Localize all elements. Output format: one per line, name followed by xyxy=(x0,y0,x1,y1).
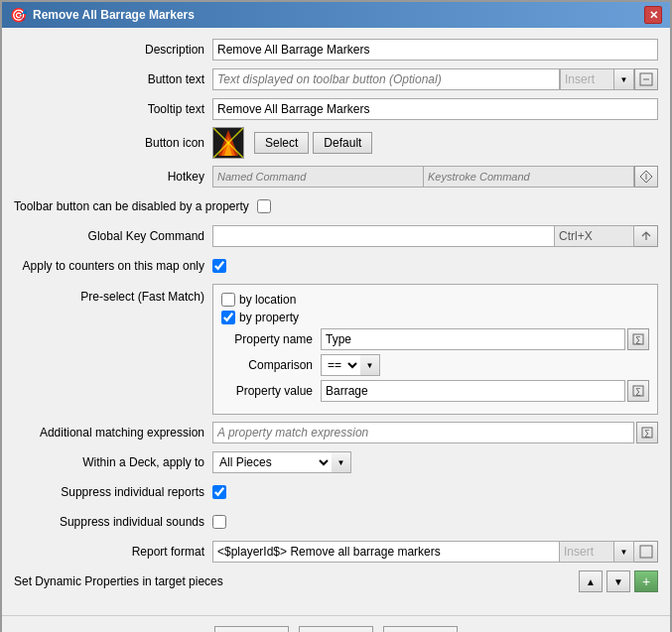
comparison-dropdown-arrow[interactable]: ▼ xyxy=(360,354,380,376)
comparison-label: Comparison xyxy=(221,358,321,372)
close-button[interactable]: ✕ xyxy=(644,6,662,24)
report-format-label: Report format xyxy=(14,545,212,559)
by-property-checkbox[interactable] xyxy=(221,311,235,324)
button-text-label: Button text xyxy=(14,72,212,86)
property-value-calc-btn[interactable]: ∑ xyxy=(627,380,649,402)
dialog-content: Description Button text ▼ Tooltip text B… xyxy=(2,28,670,609)
property-name-calc-btn[interactable]: ∑ xyxy=(627,328,649,350)
svg-rect-15 xyxy=(640,546,652,558)
suppress-sounds-label: Suppress individual sounds xyxy=(14,515,212,529)
by-location-row: by location xyxy=(221,293,649,307)
button-text-action[interactable] xyxy=(634,68,658,90)
comparison-select[interactable]: == != > < xyxy=(321,354,360,376)
window-title: Remove All Barrage Markers xyxy=(33,8,195,22)
hotkey-input-group xyxy=(212,166,658,188)
description-input[interactable] xyxy=(212,39,658,61)
dynamic-props-controls: ▲ ▼ + xyxy=(231,570,658,592)
apply-counters-checkbox[interactable] xyxy=(212,259,226,273)
report-format-action-btn[interactable] xyxy=(634,541,658,563)
by-location-checkbox[interactable] xyxy=(221,293,235,307)
suppress-reports-row: Suppress individual reports xyxy=(14,480,658,504)
global-key-input[interactable] xyxy=(212,225,555,247)
svg-text:∑: ∑ xyxy=(635,335,641,344)
dynamic-props-down-btn[interactable]: ▼ xyxy=(606,570,630,592)
hotkey-label: Hotkey xyxy=(14,170,212,184)
dynamic-props-row: Set Dynamic Properties in target pieces … xyxy=(14,569,658,593)
cancel-button[interactable]: Cancel xyxy=(299,626,373,632)
within-deck-row: Within a Deck, apply to All Pieces Top P… xyxy=(14,450,658,474)
bottom-button-bar: OK Cancel Help xyxy=(2,615,670,632)
pre-select-row: Pre-select (Fast Match) by location by p… xyxy=(14,284,658,415)
property-value-row: Property value ∑ xyxy=(221,380,649,402)
comparison-select-group: == != > < ▼ xyxy=(321,354,380,376)
dynamic-props-label: Set Dynamic Properties in target pieces xyxy=(14,574,231,588)
button-text-row: Button text ▼ xyxy=(14,67,658,91)
dynamic-props-up-btn[interactable]: ▲ xyxy=(579,570,603,592)
button-icon-row: Button icon Select Default xyxy=(14,127,658,159)
global-key-action-btn[interactable] xyxy=(634,225,658,247)
within-deck-label: Within a Deck, apply to xyxy=(14,455,212,469)
by-location-label: by location xyxy=(239,293,296,307)
toolbar-disable-checkbox[interactable] xyxy=(257,199,271,213)
global-key-label: Global Key Command xyxy=(14,229,212,243)
button-icon-label: Button icon xyxy=(14,136,212,150)
additional-matching-label: Additional matching expression xyxy=(14,426,212,440)
keystroke-command-input[interactable] xyxy=(424,166,634,188)
title-bar-left: 🎯 Remove All Barrage Markers xyxy=(10,7,195,23)
property-value-label: Property value xyxy=(221,384,321,398)
icon-preview xyxy=(212,127,244,159)
svg-text:∑: ∑ xyxy=(644,429,650,438)
tooltip-input[interactable] xyxy=(212,98,658,120)
dialog-window: 🎯 Remove All Barrage Markers ✕ Descripti… xyxy=(0,0,672,632)
global-key-shortcut xyxy=(555,225,634,247)
button-text-input[interactable] xyxy=(212,68,560,90)
within-deck-dropdown-arrow[interactable]: ▼ xyxy=(332,451,351,473)
additional-matching-calc-btn[interactable]: ∑ xyxy=(636,422,658,443)
global-key-row: Global Key Command xyxy=(14,224,658,248)
suppress-sounds-checkbox[interactable] xyxy=(212,515,226,529)
suppress-reports-checkbox[interactable] xyxy=(212,485,226,499)
insert-input-2 xyxy=(560,541,614,563)
description-row: Description xyxy=(14,38,658,62)
apply-counters-row: Apply to counters on this map only xyxy=(14,254,658,278)
svg-text:∑: ∑ xyxy=(635,387,641,396)
within-deck-select[interactable]: All Pieces Top Piece Bottom Piece xyxy=(212,451,332,473)
tooltip-row: Tooltip text xyxy=(14,97,658,121)
suppress-reports-label: Suppress individual reports xyxy=(14,485,212,499)
within-deck-select-group: All Pieces Top Piece Bottom Piece ▼ xyxy=(212,451,351,473)
pre-select-box: by location by property Property name ∑ xyxy=(212,284,658,415)
property-name-row: Property name ∑ xyxy=(221,328,649,350)
description-label: Description xyxy=(14,43,212,57)
pre-select-label: Pre-select (Fast Match) xyxy=(14,284,212,304)
select-icon-button[interactable]: Select xyxy=(254,132,309,154)
toolbar-disable-row: Toolbar button can be disabled by a prop… xyxy=(14,194,658,218)
help-button[interactable]: Help xyxy=(383,626,458,632)
insert-dropdown-1[interactable]: ▼ xyxy=(614,68,634,90)
comparison-row: Comparison == != > < ▼ xyxy=(221,354,649,376)
tooltip-label: Tooltip text xyxy=(14,102,212,116)
suppress-sounds-row: Suppress individual sounds xyxy=(14,510,658,534)
title-bar: 🎯 Remove All Barrage Markers ✕ xyxy=(2,2,670,28)
additional-matching-input[interactable] xyxy=(212,422,634,443)
button-text-group: ▼ xyxy=(212,68,658,90)
insert-input-1 xyxy=(560,68,614,90)
apply-counters-label: Apply to counters on this map only xyxy=(14,259,212,273)
property-name-input[interactable] xyxy=(321,328,625,350)
report-format-input[interactable] xyxy=(212,541,560,563)
additional-matching-row: Additional matching expression ∑ xyxy=(14,421,658,444)
named-command-input[interactable] xyxy=(212,166,424,188)
window-icon: 🎯 xyxy=(10,7,27,23)
insert-dropdown-2[interactable]: ▼ xyxy=(614,541,634,563)
hotkey-row: Hotkey xyxy=(14,165,658,189)
property-name-label: Property name xyxy=(221,332,321,346)
report-format-row: Report format ▼ xyxy=(14,540,658,564)
dynamic-props-add-btn[interactable]: + xyxy=(634,570,658,592)
hotkey-action-btn[interactable] xyxy=(634,166,658,188)
default-icon-button[interactable]: Default xyxy=(313,132,372,154)
by-property-row: by property xyxy=(221,311,649,324)
ok-button[interactable]: OK xyxy=(214,626,289,632)
property-value-input[interactable] xyxy=(321,380,625,402)
toolbar-disable-label: Toolbar button can be disabled by a prop… xyxy=(14,199,257,213)
by-property-label: by property xyxy=(239,311,299,324)
